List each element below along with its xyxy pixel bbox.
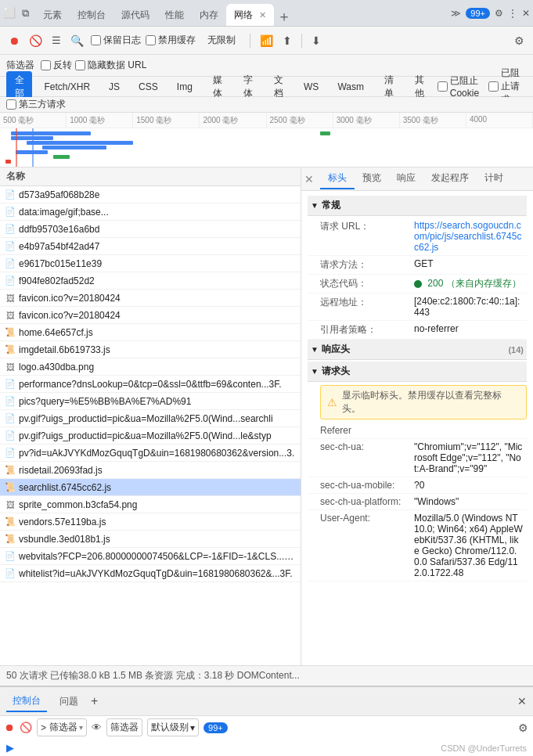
list-item[interactable]: 📄 e9617bc015e11e39 <box>0 255 301 272</box>
copy-icon[interactable]: ⧉ <box>22 7 29 20</box>
add-console-tab-button[interactable]: + <box>91 694 98 708</box>
request-name: d573a95af068b28e <box>19 189 296 200</box>
list-item[interactable]: 📄 data:image/gif;base... <box>0 203 301 221</box>
tab-timing[interactable]: 计时 <box>477 168 511 189</box>
close-tab-icon[interactable]: ✕ <box>259 10 266 20</box>
search-icon[interactable]: ☰ <box>49 33 63 48</box>
list-item[interactable]: 📜 vsbundle.3ed018b1.js <box>0 531 301 548</box>
clear-console-icon[interactable]: 🚫 <box>20 722 32 733</box>
network-toolbar: ⏺ 🚫 ☰ 🔍 保留日志 禁用缓存 无限制 📶 ⬆ ⬇ ⚙ <box>0 27 533 55</box>
toolbar-right: ⚙ <box>512 33 527 49</box>
tab-console[interactable]: 控制台 <box>70 4 113 26</box>
tab-performance[interactable]: 性能 <box>157 4 192 26</box>
tab-network[interactable]: 网络 ✕ <box>226 4 274 26</box>
list-item[interactable]: 🖼 sprite_common.b3cfa54.png <box>0 496 301 513</box>
tab-initiator[interactable]: 发起程序 <box>423 168 477 189</box>
request-name: ddfb95703e16a6bd <box>19 224 296 235</box>
level-label: 默认级别 <box>151 721 189 734</box>
list-item[interactable]: 📄 whitelist?id=uAkJVYKdMozGquqTgD&uin=16… <box>0 565 301 582</box>
sec-ch-ua-platform-row: sec-ch-ua-platform: "Windows" <box>308 494 527 510</box>
upload-icon[interactable]: ⬆ <box>280 33 294 49</box>
filter-wasm[interactable]: Wasm <box>330 79 371 95</box>
console-tab-issues[interactable]: 问题 <box>53 692 85 711</box>
disable-cache-label: 禁用缓存 <box>158 34 196 47</box>
list-item[interactable]: 📄 e4b97a54bf42ad47 <box>0 238 301 255</box>
close-details-icon[interactable]: ✕ <box>304 173 314 185</box>
eye-icon[interactable]: 👁 <box>92 722 102 733</box>
type-filter-bar: 全部 Fetch/XHR JS CSS Img 媒体 字体 文档 WS Wasm… <box>0 77 533 97</box>
filter-ws[interactable]: WS <box>297 79 326 95</box>
list-item[interactable]: 📄 pv.gif?uigs_productid=pic&ua=Mozilla%2… <box>0 410 301 427</box>
wifi-icon[interactable]: 📶 <box>257 33 276 49</box>
gear-icon[interactable]: ⚙ <box>512 33 527 49</box>
file-icon: 📄 <box>5 379 16 390</box>
tab-response[interactable]: 响应 <box>389 168 423 189</box>
record-icon[interactable]: ⏺ <box>6 33 22 49</box>
list-item[interactable]: 📄 performance?dnsLookup=0&tcp=0&ssl=0&tt… <box>0 376 301 393</box>
sec-ch-ua-mobile-row: sec-ch-ua-mobile: ?0 <box>308 477 527 494</box>
network-status-bar: 50 次请求 已传输38.0 kB 1.5 MB 条资源 完成：3.18 秒 D… <box>0 665 533 686</box>
file-icon: 📄 <box>5 258 16 269</box>
tab-headers[interactable]: 标头 <box>320 168 355 189</box>
filter-css[interactable]: CSS <box>131 79 165 95</box>
disable-cache-checkbox[interactable]: 禁用缓存 <box>146 34 196 47</box>
request-name: vsbundle.3ed018b1.js <box>19 534 296 545</box>
new-tab-icon[interactable]: ⬜ <box>3 7 16 20</box>
list-item[interactable]: 📄 pics?query=%E5%BB%BA%E7%AD%91 <box>0 393 301 410</box>
general-section-header[interactable]: ▼ 常规 <box>308 196 527 216</box>
settings-icon[interactable]: ⚙ <box>495 8 503 19</box>
request-name: risdetail.20693fad.js <box>19 465 296 476</box>
hide-url-checkbox[interactable]: 隐藏数据 URL <box>75 59 146 72</box>
list-item[interactable]: 📜 vendors.57e119ba.js <box>0 513 301 531</box>
request-name: imgdetail.6b619733.js <box>19 344 296 355</box>
blocked-cookie-checkbox[interactable]: 已阻止 Cookie <box>438 74 484 99</box>
context-selector[interactable]: > 筛选器 ▾ <box>37 718 87 736</box>
tab-preview[interactable]: 预览 <box>355 168 389 189</box>
filter-img[interactable]: Img <box>170 79 200 95</box>
log-level-select[interactable]: 默认级别 ▾ <box>147 718 199 736</box>
list-item-selected[interactable]: 📜 searchlist.6745cc62.js <box>0 479 301 496</box>
close-console-icon[interactable]: ✕ <box>517 695 527 707</box>
filter-fetch-xhr[interactable]: Fetch/XHR <box>37 79 97 95</box>
request-url-key: 请求 URL： <box>320 220 414 233</box>
file-icon: 📄 <box>5 413 16 424</box>
minimize-icon[interactable]: ✕ <box>522 8 530 19</box>
list-item[interactable]: 📜 imgdetail.6b619733.js <box>0 341 301 358</box>
list-item[interactable]: 📄 webvitals?FCP=206.80000000074506&LCP=-… <box>0 548 301 565</box>
response-headers-section-header[interactable]: ▼ 响应头 (14) <box>308 340 527 360</box>
network-requests-list[interactable]: 📄 d573a95af068b28e 📄 data:image/gif;base… <box>0 186 301 665</box>
third-party-checkbox[interactable]: 第三方请求 <box>6 98 66 111</box>
console-tab-console[interactable]: 控制台 <box>6 691 47 712</box>
list-item[interactable]: 📄 pv?id=uAkJVYKdMozGquqTgD&uin=168198068… <box>0 445 301 462</box>
headers-content[interactable]: ▼ 常规 请求 URL： https://search.sogoucdn.com… <box>301 191 533 665</box>
filter-input[interactable]: 筛选器 <box>106 718 142 736</box>
request-headers-section-header[interactable]: ▼ 请求头 <box>308 362 527 382</box>
list-item[interactable]: 🖼 logo.a430dba.png <box>0 358 301 376</box>
list-item[interactable]: 📄 f904fe802fad52d2 <box>0 272 301 290</box>
list-item[interactable]: 📄 ddfb95703e16a6bd <box>0 221 301 238</box>
console-settings-icon[interactable]: ⚙ <box>518 722 528 734</box>
save-log-checkbox[interactable]: 保留日志 <box>91 34 141 47</box>
list-item[interactable]: 📄 d573a95af068b28e <box>0 186 301 203</box>
list-item[interactable]: 🖼 favicon.ico?v=20180424 <box>0 290 301 307</box>
clear-icon[interactable]: 🚫 <box>27 33 45 49</box>
unlimited-button[interactable]: 无限制 <box>200 31 243 49</box>
record-console-icon[interactable]: ⏺ <box>5 722 15 733</box>
new-tab-button[interactable]: ＋ <box>277 7 291 26</box>
tab-sources[interactable]: 源代码 <box>113 4 157 26</box>
download-icon[interactable]: ⬇ <box>309 33 323 49</box>
more-tabs-icon[interactable]: ≫ <box>451 8 461 19</box>
tab-memory[interactable]: 内存 <box>192 4 226 26</box>
tab-elements[interactable]: 元素 <box>35 4 70 26</box>
list-item[interactable]: 📜 risdetail.20693fad.js <box>0 462 301 479</box>
net-list-header-label: 名称 <box>6 170 25 183</box>
referer-key: Referer <box>320 425 414 436</box>
filter-js[interactable]: JS <box>102 79 127 95</box>
customize-icon[interactable]: ⋮ <box>508 8 517 19</box>
reverse-checkbox[interactable]: 反转 <box>41 59 72 72</box>
request-name: pv?id=uAkJVYKdMozGquqTgD&uin=16819806803… <box>19 448 296 459</box>
list-item[interactable]: 📄 pv.gif?uigs_productid=pic&ua=Mozilla%2… <box>0 427 301 445</box>
filter-icon[interactable]: 🔍 <box>68 33 86 49</box>
list-item[interactable]: 📜 home.64e657cf.js <box>0 324 301 341</box>
list-item[interactable]: 🖼 favicon.ico?v=20180424 <box>0 307 301 324</box>
